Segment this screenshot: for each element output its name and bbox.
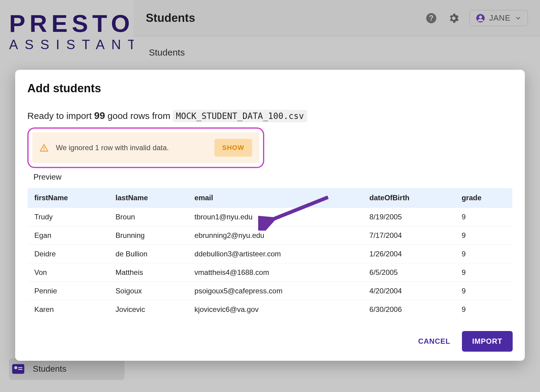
cancel-button[interactable]: CANCEL [416,333,453,350]
dialog-actions: CANCEL IMPORT [27,331,513,352]
cell-lastName: Broun [109,208,188,226]
cell-email: kjovicevic6@va.gov [188,300,363,319]
cell-dateOfBirth: 4/20/2004 [363,282,455,300]
table-row: TrudyBrountbroun1@nyu.edu8/19/20059 [28,208,513,226]
cell-dateOfBirth: 6/5/2005 [363,263,455,282]
table-row: PennieSoigouxpsoigoux5@cafepress.com4/20… [28,282,513,300]
import-button[interactable]: IMPORT [462,331,513,352]
cell-email: vmattheis4@1688.com [188,263,363,282]
table-header-row: firstName lastName email dateOfBirth gra… [28,188,513,208]
col-lastName: lastName [109,188,188,208]
col-dateOfBirth: dateOfBirth [363,188,455,208]
cell-lastName: Brunning [109,226,188,245]
alert-text: We ignored 1 row with invalid data. [56,144,169,152]
warning-icon [39,143,49,152]
ignored-rows-alert: We ignored 1 row with invalid data. SHOW [32,132,259,163]
import-summary: Ready to import 99 good rows from MOCK_S… [27,110,513,121]
cell-email: ebrunning2@nyu.edu [188,226,363,245]
cell-grade: 9 [455,300,513,319]
cell-grade: 9 [455,245,513,263]
col-firstName: firstName [28,188,109,208]
cell-grade: 9 [455,208,513,226]
table-row: Deidrede Bullionddebullion3@artisteer.co… [28,245,513,263]
import-filename: MOCK_STUDENT_DATA_100.csv [173,110,307,122]
cell-email: tbroun1@nyu.edu [188,208,363,226]
preview-label: Preview [33,172,513,182]
cell-grade: 9 [455,263,513,282]
modal-overlay: Add students Ready to import 99 good row… [0,0,540,392]
show-ignored-button[interactable]: SHOW [214,139,252,157]
add-students-dialog: Add students Ready to import 99 good row… [15,70,525,361]
cell-dateOfBirth: 7/17/2004 [363,226,455,245]
cell-dateOfBirth: 6/30/2006 [363,300,455,319]
cell-firstName: Von [28,263,109,282]
cell-grade: 9 [455,226,513,245]
cell-email: ddebullion3@artisteer.com [188,245,363,263]
cell-email: psoigoux5@cafepress.com [188,282,363,300]
cell-dateOfBirth: 1/26/2004 [363,245,455,263]
cell-firstName: Trudy [28,208,109,226]
cell-lastName: Soigoux [109,282,188,300]
table-row: KarenJovicevickjovicevic6@va.gov6/30/200… [28,300,513,319]
table-row: VonMattheisvmattheis4@1688.com6/5/20059 [28,263,513,282]
cell-lastName: Mattheis [109,263,188,282]
col-email: email [188,188,363,208]
cell-dateOfBirth: 8/19/2005 [363,208,455,226]
col-grade: grade [455,188,513,208]
preview-table: firstName lastName email dateOfBirth gra… [27,188,513,319]
cell-lastName: Jovicevic [109,300,188,319]
cell-firstName: Egan [28,226,109,245]
dialog-title: Add students [27,82,513,95]
cell-grade: 9 [455,282,513,300]
alert-highlight-box: We ignored 1 row with invalid data. SHOW [27,127,264,168]
svg-point-5 [43,150,44,150]
cell-firstName: Deidre [28,245,109,263]
import-mid: good rows from [105,111,173,121]
table-row: EganBrunningebrunning2@nyu.edu7/17/20049 [28,226,513,245]
cell-lastName: de Bullion [109,245,188,263]
cell-firstName: Pennie [28,282,109,300]
cell-firstName: Karen [28,300,109,319]
import-prefix: Ready to import [27,111,94,121]
import-count: 99 [94,110,105,121]
